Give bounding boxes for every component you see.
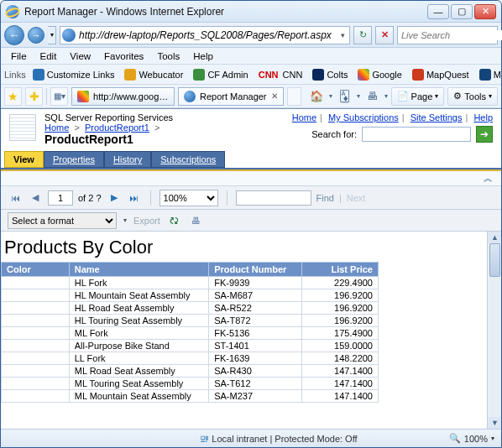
cell-name: LL Fork — [69, 352, 208, 365]
links-label: Links — [4, 70, 26, 80]
tab-subscriptions[interactable]: Subscriptions — [151, 151, 225, 168]
link-site-settings[interactable]: Site Settings — [410, 112, 463, 122]
breadcrumb: Home > ProductReport1 > — [44, 122, 173, 133]
next-find-link[interactable]: Next — [347, 193, 366, 203]
rm-service-label: SQL Server Reporting Services — [44, 112, 173, 122]
link-colts[interactable]: Colts — [309, 68, 351, 81]
menu-tools[interactable]: Tools — [150, 49, 186, 63]
add-favorite-button[interactable]: ✚ — [25, 87, 43, 106]
scroll-down-icon[interactable]: ▼ — [488, 417, 501, 429]
link-help[interactable]: Help — [473, 112, 493, 122]
cell-color — [2, 390, 70, 403]
url-input[interactable] — [79, 29, 338, 41]
cell-product-number: FK-9939 — [209, 277, 302, 289]
tab-google[interactable]: http://www.google... — [71, 87, 175, 106]
print-button[interactable]: 🖶 — [363, 87, 381, 106]
browser-search-input[interactable] — [398, 30, 502, 40]
next-page-button[interactable]: ▶ — [107, 190, 122, 206]
tab-close-icon[interactable]: ✕ — [271, 91, 278, 101]
link-my-subscriptions[interactable]: My Subscriptions — [328, 112, 399, 122]
quick-tabs-button[interactable]: ▦▾ — [50, 87, 68, 106]
print-report-button[interactable]: 🖶 — [189, 213, 204, 228]
export-link[interactable]: Export — [133, 216, 160, 226]
scroll-up-icon[interactable]: ▲ — [488, 232, 501, 243]
menu-edit[interactable]: Edit — [34, 49, 64, 63]
forward-button[interactable]: → — [28, 27, 44, 44]
status-bar: 🖳 Local intranet | Protected Mode: Off 🔍… — [1, 429, 501, 447]
zoom-control[interactable]: 🔍 100% ▾ — [449, 433, 494, 444]
link-cfadmin[interactable]: CF Admin — [190, 68, 251, 81]
find-link[interactable]: Find — [316, 193, 334, 203]
link-webucator[interactable]: Webucator — [121, 68, 186, 81]
cell-name: All-Purpose Bike Stand — [69, 340, 208, 352]
links-bar: Links Customize Links Webucator CF Admin… — [1, 65, 501, 85]
tab-view[interactable]: View — [4, 151, 44, 168]
menu-help[interactable]: Help — [186, 49, 220, 63]
address-bar[interactable]: ▾ — [60, 26, 350, 44]
chevron-down-icon: ▾ — [491, 435, 494, 442]
table-row: ML Road Seat AssemblySA-R430147.1400 — [2, 365, 379, 378]
tab-report-manager[interactable]: Report Manager ✕ — [178, 87, 284, 106]
link-msnbc[interactable]: MSNBC — [476, 68, 501, 81]
stop-button[interactable]: ✕ — [375, 26, 394, 44]
menu-favorites[interactable]: Favorites — [97, 49, 150, 63]
cell-list-price: 175.4900 — [302, 327, 379, 340]
page-icon: 📄 — [397, 91, 409, 102]
tools-menu-button[interactable]: ⚙Tools▾ — [447, 87, 498, 106]
breadcrumb-report[interactable]: ProductReport1 — [85, 122, 149, 133]
link-icon — [312, 69, 324, 81]
table-row: ML ForkFK-5136175.4900 — [2, 327, 379, 340]
new-tab-button[interactable] — [287, 87, 301, 106]
link-home[interactable]: Home — [292, 112, 316, 122]
menu-file[interactable]: File — [4, 49, 34, 63]
url-dropdown-icon[interactable]: ▾ — [338, 31, 348, 39]
col-list-price: List Price — [302, 263, 379, 277]
minimize-button[interactable]: — — [427, 4, 449, 19]
page-number-input[interactable] — [48, 190, 73, 206]
export-format-select[interactable]: Select a format — [8, 212, 117, 229]
ie-icon — [6, 5, 19, 18]
close-button[interactable]: ✕ — [474, 4, 496, 19]
tab-properties[interactable]: Properties — [44, 151, 104, 168]
vertical-scrollbar[interactable]: ▲ ▼ — [487, 232, 501, 429]
cell-color — [2, 277, 70, 289]
cell-product-number: SA-M237 — [209, 390, 302, 403]
prev-page-button[interactable]: ◀ — [28, 190, 43, 206]
find-input[interactable] — [236, 190, 311, 206]
link-customize[interactable]: Customize Links — [29, 68, 118, 81]
tab-history[interactable]: History — [104, 151, 151, 168]
browser-search-box[interactable]: 🔍 — [397, 26, 498, 44]
page-title: ProductReport1 — [44, 133, 173, 146]
cell-name: HL Touring Seat Assembly — [69, 315, 208, 327]
breadcrumb-home[interactable]: Home — [44, 122, 69, 133]
report-body: Products By Color Color Name Product Num… — [1, 232, 487, 429]
cell-product-number: ST-1401 — [209, 340, 302, 352]
first-page-button[interactable]: ⏮ — [8, 190, 23, 206]
maximize-button[interactable]: ▢ — [451, 4, 473, 19]
nav-history-dropdown[interactable]: ▾ — [48, 26, 56, 44]
menu-view[interactable]: View — [63, 49, 97, 63]
link-mapquest[interactable]: MapQuest — [409, 68, 473, 81]
link-google[interactable]: Google — [354, 68, 405, 81]
cell-name: ML Touring Seat Assembly — [69, 378, 208, 390]
scroll-thumb[interactable] — [489, 243, 500, 277]
back-button[interactable]: ← — [4, 25, 24, 45]
google-icon — [77, 91, 89, 102]
search-label: Search for: — [311, 129, 357, 139]
home-button[interactable]: 🏠 — [308, 87, 326, 106]
cell-name: HL Fork — [69, 277, 208, 289]
feeds-button[interactable]: 🃁 — [336, 87, 353, 106]
cell-product-number: FK-1639 — [209, 352, 302, 365]
refresh-report-button[interactable]: 🗘 — [167, 213, 182, 228]
zoom-value: 100% — [464, 434, 488, 444]
last-page-button[interactable]: ⏭ — [127, 190, 142, 206]
rm-search-input[interactable] — [362, 127, 471, 142]
collapse-toggle[interactable]: ︽ — [1, 171, 501, 186]
cell-name: ML Road Seat Assembly — [69, 365, 208, 378]
search-go-button[interactable]: ➔ — [476, 126, 493, 143]
zoom-select[interactable]: 100% — [159, 190, 218, 206]
page-menu-button[interactable]: 📄Page▾ — [391, 87, 445, 106]
favorites-star-button[interactable]: ★ — [4, 87, 22, 106]
link-cnn[interactable]: CNNCNN — [255, 69, 306, 81]
refresh-button[interactable]: ↻ — [353, 26, 372, 44]
